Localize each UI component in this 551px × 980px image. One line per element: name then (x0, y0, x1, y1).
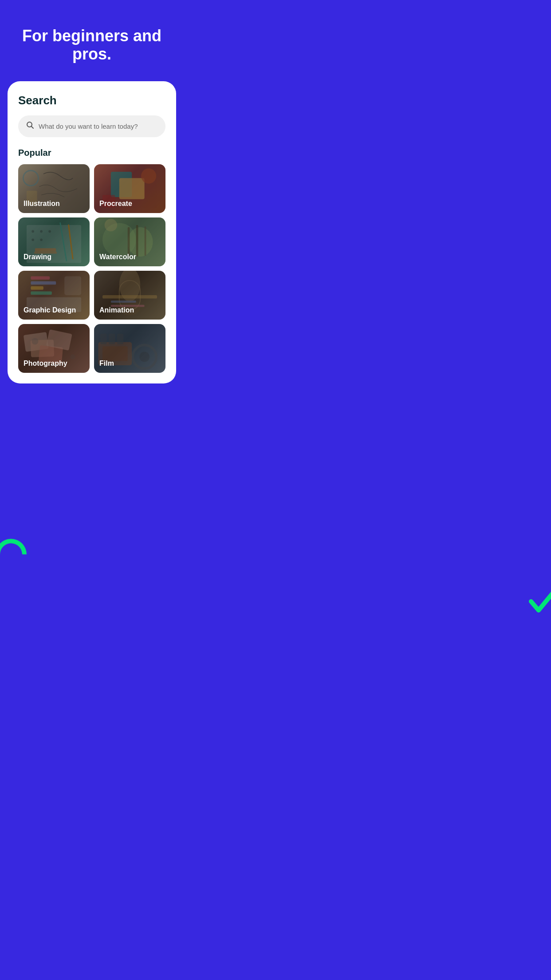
watercolor-label: Watercolor (99, 253, 136, 261)
illustration-label: Illustration (24, 200, 60, 208)
grid-item-graphic-design[interactable]: Graphic Design (18, 271, 90, 320)
search-icon (26, 121, 34, 131)
search-placeholder-text: What do you want to learn today? (39, 122, 138, 130)
grid-item-illustration[interactable]: Illustration (18, 164, 90, 213)
grid-item-watercolor[interactable]: Watercolor (94, 217, 165, 266)
svg-line-1 (31, 126, 34, 128)
graphic-design-label: Graphic Design (24, 306, 76, 314)
grid-item-procreate[interactable]: Procreate (94, 164, 165, 213)
grid-item-photography[interactable]: Photography (18, 324, 90, 373)
procreate-label: Procreate (99, 200, 132, 208)
photography-label: Photography (24, 360, 67, 368)
film-label: Film (99, 360, 114, 368)
animation-label: Animation (99, 306, 134, 314)
grid-item-film[interactable]: Film (94, 324, 165, 373)
popular-grid: Illustration Procreate (18, 164, 165, 373)
search-bar[interactable]: What do you want to learn today? (18, 115, 165, 137)
search-heading: Search (18, 94, 165, 107)
grid-item-drawing[interactable]: Drawing (18, 217, 90, 266)
hero-title: For beginners and pros. (0, 0, 184, 81)
main-card: Search What do you want to learn today? … (8, 81, 176, 383)
popular-heading: Popular (18, 148, 165, 158)
grid-item-animation[interactable]: Animation (94, 271, 165, 320)
drawing-label: Drawing (24, 253, 51, 261)
